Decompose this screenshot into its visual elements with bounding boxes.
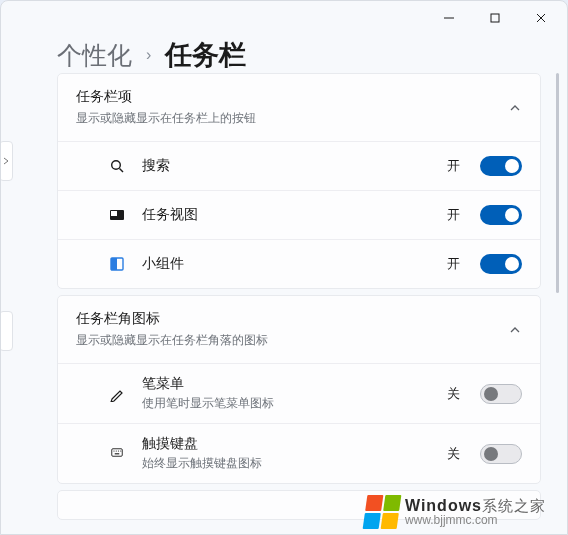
minimize-button[interactable] <box>427 4 471 32</box>
section-taskbar-items: 任务栏项 显示或隐藏显示在任务栏上的按钮 搜索 开 任务视图 <box>57 73 541 289</box>
chevron-up-icon <box>508 323 522 337</box>
close-button[interactable] <box>519 4 563 32</box>
section-subtitle: 显示或隐藏显示在任务栏上的按钮 <box>76 110 256 127</box>
row-pen-menu: 笔菜单 使用笔时显示笔菜单图标 关 <box>58 363 540 423</box>
chevron-up-icon <box>508 101 522 115</box>
svg-point-13 <box>118 450 119 451</box>
peek-card-left <box>0 311 13 351</box>
page-title: 任务栏 <box>165 37 246 73</box>
svg-line-5 <box>120 169 124 173</box>
peek-card-left <box>0 141 13 181</box>
chevron-right-icon: › <box>146 46 151 64</box>
maximize-button[interactable] <box>473 4 517 32</box>
widgets-icon <box>108 255 126 273</box>
windows-logo-icon <box>363 495 402 529</box>
maximize-icon <box>489 12 501 24</box>
row-touch-keyboard: 触摸键盘 始终显示触摸键盘图标 关 <box>58 423 540 483</box>
toggle-state: 关 <box>447 385 460 403</box>
toggle-state: 开 <box>447 255 460 273</box>
svg-point-11 <box>113 450 114 451</box>
toggle-search[interactable] <box>480 156 522 176</box>
svg-rect-9 <box>111 258 117 270</box>
svg-point-14 <box>120 450 121 451</box>
section-subtitle: 显示或隐藏显示在任务栏角落的图标 <box>76 332 268 349</box>
row-label: 笔菜单 <box>142 375 431 393</box>
search-icon <box>108 157 126 175</box>
section-header-items[interactable]: 任务栏项 显示或隐藏显示在任务栏上的按钮 <box>58 74 540 141</box>
settings-window: 个性化 › 任务栏 任务栏项 显示或隐藏显示在任务栏上的按钮 搜索 开 <box>0 0 568 535</box>
breadcrumb-parent[interactable]: 个性化 <box>57 39 132 72</box>
row-label: 任务视图 <box>142 206 431 224</box>
row-label: 搜索 <box>142 157 431 175</box>
minimize-icon <box>443 12 455 24</box>
row-sublabel: 始终显示触摸键盘图标 <box>142 455 431 472</box>
row-label: 触摸键盘 <box>142 435 431 453</box>
close-icon <box>535 12 547 24</box>
toggle-pen[interactable] <box>480 384 522 404</box>
toggle-widgets[interactable] <box>480 254 522 274</box>
row-widgets: 小组件 开 <box>58 239 540 288</box>
pen-icon <box>108 385 126 403</box>
toggle-state: 开 <box>447 206 460 224</box>
row-sublabel: 使用笔时显示笔菜单图标 <box>142 395 431 412</box>
titlebar <box>1 1 567 35</box>
svg-rect-15 <box>115 453 120 454</box>
svg-point-12 <box>116 450 117 451</box>
toggle-touch-keyboard[interactable] <box>480 444 522 464</box>
row-search: 搜索 开 <box>58 141 540 190</box>
watermark-brand: Windows系统之家 <box>405 498 546 514</box>
toggle-state: 关 <box>447 445 460 463</box>
keyboard-icon <box>108 445 126 463</box>
section-corner-icons: 任务栏角图标 显示或隐藏显示在任务栏角落的图标 笔菜单 使用笔时显示笔菜单图标 … <box>57 295 541 484</box>
row-label: 小组件 <box>142 255 431 273</box>
section-header-corner[interactable]: 任务栏角图标 显示或隐藏显示在任务栏角落的图标 <box>58 296 540 363</box>
taskview-icon <box>108 206 126 224</box>
watermark: Windows系统之家 www.bjjmmc.com <box>365 495 546 529</box>
toggle-taskview[interactable] <box>480 205 522 225</box>
section-title: 任务栏项 <box>76 88 256 106</box>
scrollbar[interactable] <box>556 73 559 293</box>
watermark-url: www.bjjmmc.com <box>405 514 546 526</box>
svg-rect-7 <box>111 211 117 216</box>
svg-point-4 <box>112 161 121 170</box>
row-taskview: 任务视图 开 <box>58 190 540 239</box>
svg-rect-1 <box>491 14 499 22</box>
content-area: 任务栏项 显示或隐藏显示在任务栏上的按钮 搜索 开 任务视图 <box>57 73 541 534</box>
chevron-right-icon <box>2 157 10 165</box>
svg-rect-10 <box>112 448 123 456</box>
section-title: 任务栏角图标 <box>76 310 268 328</box>
toggle-state: 开 <box>447 157 460 175</box>
